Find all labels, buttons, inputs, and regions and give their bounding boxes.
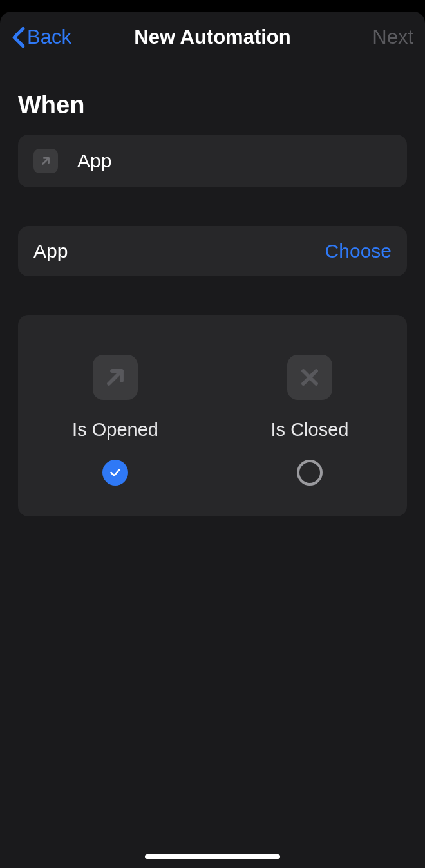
trigger-type-row[interactable]: App (18, 135, 407, 187)
radio-unselected-icon (297, 460, 323, 486)
chevron-left-icon (12, 26, 26, 48)
trigger-options-card: Is Opened Is Closed (18, 315, 407, 516)
section-header-when: When (18, 91, 407, 119)
spacer (18, 187, 407, 226)
content-area: When App App Choose Is O (0, 91, 425, 516)
trigger-type-label: App (77, 150, 111, 172)
back-button[interactable]: Back (12, 26, 71, 49)
home-indicator[interactable] (145, 854, 280, 859)
app-row-label: App (33, 240, 68, 262)
choose-button[interactable]: Choose (325, 240, 392, 262)
next-button[interactable]: Next (372, 26, 413, 49)
app-open-icon (33, 149, 58, 173)
app-choose-row[interactable]: App Choose (18, 226, 407, 276)
arrow-up-right-icon (93, 355, 138, 400)
option-closed-label: Is Closed (271, 419, 349, 440)
option-is-closed[interactable]: Is Closed (212, 355, 407, 486)
checkmark-selected-icon (102, 460, 128, 486)
navigation-bar: Back New Automation Next (0, 12, 425, 63)
modal-sheet: Back New Automation Next When App App Ch… (0, 12, 425, 868)
spacer (18, 276, 407, 315)
close-x-icon (287, 355, 332, 400)
option-is-opened[interactable]: Is Opened (18, 355, 212, 486)
option-opened-label: Is Opened (72, 419, 158, 440)
back-label: Back (27, 26, 71, 49)
